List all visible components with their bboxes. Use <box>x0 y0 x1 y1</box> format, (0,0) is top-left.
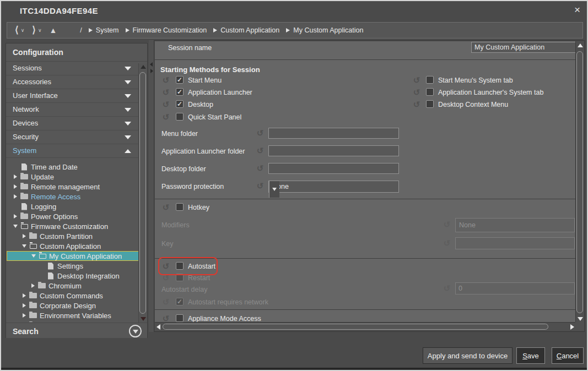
tree-item-custom-partition[interactable]: Custom Partition <box>7 231 139 241</box>
quick-start-panel-checkbox[interactable] <box>176 113 184 121</box>
menu-folder-input[interactable] <box>268 128 399 139</box>
reset-icon[interactable]: ↺ <box>161 100 170 109</box>
sidebar-header: Configuration <box>6 43 147 62</box>
scrollbar-thumb[interactable] <box>163 324 548 330</box>
tree-item-firmware-customization[interactable]: Firmware Customization <box>7 221 139 231</box>
folder-icon <box>29 303 37 308</box>
desktop-context-menu-checkbox[interactable] <box>426 100 434 108</box>
chevron-down-icon <box>125 67 131 70</box>
scroll-up-icon[interactable] <box>578 43 583 47</box>
collapse-right-icon[interactable] <box>150 69 153 73</box>
reset-icon[interactable]: ↺ <box>256 146 265 155</box>
collapse-arrow-icon[interactable] <box>20 244 29 248</box>
application-launcher-checkbox[interactable]: ✓ <box>176 88 184 96</box>
tree-item-logging[interactable]: Logging <box>7 201 139 211</box>
tree-item-time-and-date[interactable]: Time and Date <box>7 162 139 172</box>
breadcrumb-root[interactable]: / <box>80 26 82 34</box>
up-button[interactable]: ▲ <box>49 26 57 35</box>
search-expand-button[interactable] <box>129 325 142 337</box>
tree-item-clipped[interactable] <box>7 320 139 322</box>
appliance-mode-access-checkbox[interactable] <box>176 314 184 322</box>
collapse-left-icon[interactable] <box>150 62 153 67</box>
reset-icon[interactable]: ↺ <box>256 164 265 173</box>
expand-arrow-icon[interactable] <box>11 174 20 179</box>
reset-icon[interactable]: ↺ <box>161 88 170 97</box>
sidebar-item-user-interface[interactable]: User Interface <box>6 89 139 103</box>
scroll-right-icon[interactable] <box>570 324 574 330</box>
desktop-folder-input[interactable] <box>268 163 399 174</box>
reset-icon[interactable]: ↺ <box>161 76 170 85</box>
start-menu-checkbox[interactable]: ✓ <box>176 76 184 84</box>
expand-arrow-icon[interactable] <box>20 303 29 308</box>
main-horizontal-scrollbar[interactable] <box>155 322 576 331</box>
expand-arrow-icon[interactable] <box>29 283 37 288</box>
tree-item-environment-variables[interactable]: Environment Variables <box>7 310 139 320</box>
breadcrumb-item-firmware-customization[interactable]: Firmware Customization <box>126 26 207 34</box>
scroll-left-icon[interactable] <box>157 324 160 330</box>
apply-and-send-button[interactable]: Apply and send to device <box>423 347 513 364</box>
scroll-down-icon[interactable] <box>578 317 583 321</box>
sidebar-item-sessions[interactable]: Sessions <box>6 62 139 75</box>
scrollbar-thumb[interactable] <box>139 72 146 314</box>
expand-arrow-icon[interactable] <box>20 234 29 238</box>
reset-icon[interactable]: ↺ <box>256 182 265 190</box>
breadcrumb-item-custom-application[interactable]: Custom Application <box>213 26 279 34</box>
tree-item-settings[interactable]: Settings <box>7 261 139 271</box>
expand-arrow-icon[interactable] <box>20 313 29 318</box>
sidebar-item-devices[interactable]: Devices <box>6 117 139 130</box>
menu-folder-label: Menu folder <box>161 130 198 138</box>
search-section[interactable]: Search <box>6 323 147 339</box>
application-launcher-folder-input[interactable] <box>268 145 399 156</box>
settings-panel: Session name Starting Methods for Sessio… <box>155 41 576 323</box>
sidebar-item-network[interactable]: Network <box>6 103 139 117</box>
tree-item-remote-access[interactable]: Remote Access <box>7 192 139 201</box>
forward-button[interactable]: ⟩ <box>32 26 36 35</box>
reset-icon[interactable]: ↺ <box>256 129 265 138</box>
application-launcher-system-tab-checkbox[interactable] <box>426 88 434 96</box>
tree-item-chromium[interactable]: Chromium <box>7 281 139 291</box>
configuration-sidebar: Configuration Sessions Accessories User … <box>6 43 148 340</box>
reset-icon[interactable]: ↺ <box>161 113 170 122</box>
collapse-arrow-icon[interactable] <box>29 254 38 258</box>
hotkey-checkbox[interactable] <box>176 203 184 211</box>
reset-icon[interactable]: ↺ <box>412 88 421 97</box>
sidebar-scrollbar[interactable] <box>138 63 147 323</box>
save-button[interactable]: Save <box>516 347 545 364</box>
dropdown-button[interactable] <box>269 181 279 198</box>
back-dropdown-icon[interactable]: ∨ <box>21 28 25 33</box>
scroll-up-icon[interactable] <box>141 65 146 69</box>
main-vertical-scrollbar[interactable] <box>575 41 584 323</box>
tree-item-corporate-design[interactable]: Corporate Design <box>7 301 139 310</box>
tree-item-update[interactable]: Update <box>7 172 139 182</box>
tree-item-custom-application[interactable]: Custom Application <box>7 241 139 251</box>
separator <box>155 309 576 310</box>
expand-arrow-icon[interactable] <box>20 293 29 298</box>
breadcrumb-item-system[interactable]: System <box>89 26 119 34</box>
tree-item-custom-commands[interactable]: Custom Commands <box>7 291 139 301</box>
reset-icon[interactable]: ↺ <box>161 203 170 212</box>
collapse-arrow-icon[interactable] <box>11 225 20 228</box>
expand-arrow-icon[interactable] <box>11 184 20 189</box>
tree-item-power-options[interactable]: Power Options <box>7 211 139 221</box>
reset-icon[interactable]: ↺ <box>412 100 421 109</box>
scroll-down-icon[interactable] <box>141 317 146 321</box>
expand-arrow-icon[interactable] <box>11 194 20 199</box>
desktop-checkbox[interactable]: ✓ <box>176 100 184 108</box>
tree-item-desktop-integration[interactable]: Desktop Integration <box>7 271 139 281</box>
password-protection-select[interactable]: None <box>268 181 399 193</box>
session-name-input[interactable] <box>471 42 576 53</box>
expand-arrow-icon[interactable] <box>11 214 20 219</box>
reset-icon[interactable]: ↺ <box>412 76 421 85</box>
tree-item-remote-management[interactable]: Remote management <box>7 182 139 192</box>
breadcrumb-item-my-custom-application[interactable]: My Custom Application <box>286 26 363 34</box>
start-menu-system-tab-checkbox[interactable] <box>426 76 434 84</box>
back-button[interactable]: ⟨ <box>15 26 19 35</box>
forward-dropdown-icon[interactable]: ∨ <box>38 28 42 33</box>
close-icon[interactable]: × <box>574 4 580 15</box>
sidebar-item-system[interactable]: System <box>6 144 139 158</box>
tree-item-my-custom-application-selected[interactable]: My Custom Application <box>7 251 139 261</box>
sidebar-item-accessories[interactable]: Accessories <box>6 75 139 89</box>
cancel-button[interactable]: Cancel <box>552 347 584 364</box>
scrollbar-thumb[interactable] <box>576 51 583 313</box>
sidebar-item-security[interactable]: Security <box>6 130 139 144</box>
